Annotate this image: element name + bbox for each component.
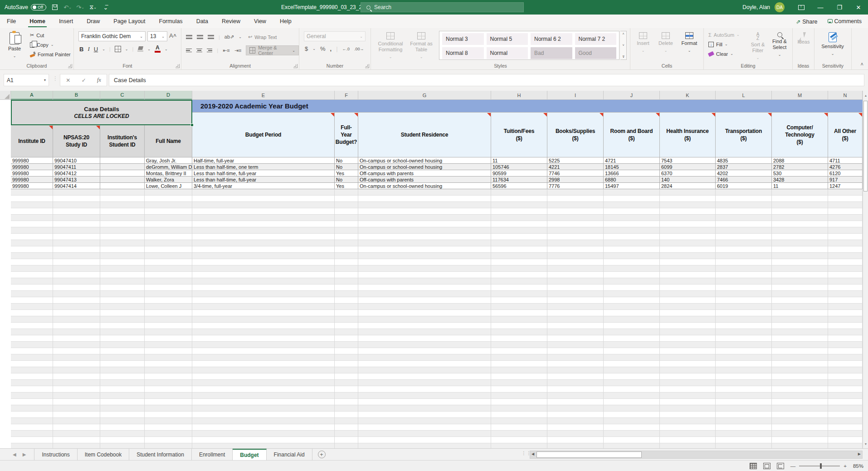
horizontal-scroll-thumb[interactable] bbox=[536, 451, 642, 458]
sheet-scroll-right-arrow[interactable]: ▶ bbox=[23, 452, 26, 457]
clipboard-dialog-launcher[interactable] bbox=[68, 64, 72, 68]
font-size-select[interactable]: 13⌄ bbox=[147, 31, 167, 41]
budget-banner-cell[interactable]: 2019-2020 Academic Year Budget bbox=[192, 100, 863, 113]
formula-input[interactable]: Case Details bbox=[109, 74, 864, 86]
wrap-text-button[interactable]: ↩Wrap Text bbox=[246, 32, 278, 42]
cell-style-chip[interactable]: Normal bbox=[487, 47, 528, 59]
cell-F7[interactable]: No bbox=[335, 177, 358, 183]
format-painter-button[interactable]: Format Painter bbox=[28, 49, 73, 59]
grid-row-22[interactable] bbox=[11, 272, 863, 278]
grid-row-31[interactable] bbox=[11, 329, 863, 335]
cell-D7[interactable]: Walker, Zora bbox=[145, 177, 192, 183]
grid-row-30[interactable] bbox=[11, 323, 863, 329]
column-header-H[interactable]: H bbox=[491, 91, 547, 100]
case-details-cell[interactable]: Case DetailsCELLS ARE LOCKED bbox=[11, 100, 192, 125]
column-header-L[interactable]: L bbox=[716, 91, 772, 100]
formula-bar-handle[interactable]: ⋮ bbox=[53, 75, 58, 82]
cancel-entry-button[interactable]: ✕ bbox=[66, 77, 70, 83]
grid-row-43[interactable] bbox=[11, 405, 863, 412]
grid-row-48[interactable] bbox=[11, 437, 863, 443]
autosave-toggle[interactable]: AutoSave Off bbox=[5, 4, 46, 10]
cell-J7[interactable]: 6880 bbox=[604, 177, 660, 183]
find-select-button[interactable]: Find & Select⌄ bbox=[768, 29, 791, 63]
cell-H5[interactable]: 105746 bbox=[491, 164, 547, 170]
cell-A7[interactable]: 999980 bbox=[11, 177, 53, 183]
grid-row-33[interactable] bbox=[11, 342, 863, 348]
ribbon-tab-formulas[interactable]: Formulas bbox=[152, 15, 190, 28]
zoom-slider-knob[interactable] bbox=[820, 463, 822, 469]
sort-filter-button[interactable]: A ZSort & Filter⌄ bbox=[747, 29, 768, 63]
cell-A6[interactable]: 999980 bbox=[11, 170, 53, 177]
grid-row-34[interactable] bbox=[11, 348, 863, 354]
header-cell-L[interactable]: Transportation ($) bbox=[716, 113, 772, 157]
column-header-G[interactable]: G bbox=[358, 91, 491, 100]
cell-F6[interactable]: Yes bbox=[335, 170, 358, 177]
scroll-left-arrow[interactable]: ◀ bbox=[532, 452, 534, 456]
number-format-select[interactable]: General⌄ bbox=[304, 31, 366, 41]
cell-D6[interactable]: Montas, Brittney II bbox=[145, 170, 192, 177]
grid-row-45[interactable] bbox=[11, 418, 863, 424]
grid-row-16[interactable] bbox=[11, 234, 863, 240]
autosum-button[interactable]: ΣAutoSum⌄ bbox=[707, 30, 741, 39]
alignment-dialog-launcher[interactable] bbox=[293, 64, 297, 68]
grid-row-13[interactable] bbox=[11, 215, 863, 221]
grid-row-9[interactable] bbox=[11, 189, 863, 196]
cell-N5[interactable]: 4276 bbox=[828, 164, 863, 170]
column-header-I[interactable]: I bbox=[547, 91, 604, 100]
pen-tool-button[interactable]: ⧖⌄ bbox=[89, 3, 97, 11]
cell-G5[interactable]: On-campus or school-owned housing bbox=[358, 164, 491, 170]
align-middle-button[interactable] bbox=[197, 35, 203, 39]
ribbon-tab-view[interactable]: View bbox=[247, 15, 273, 28]
fill-button[interactable]: ↓Fill⌄ bbox=[707, 39, 741, 49]
grid-row-32[interactable] bbox=[11, 335, 863, 342]
column-header-F[interactable]: F bbox=[335, 91, 358, 100]
grid-row-49[interactable] bbox=[11, 443, 863, 448]
format-cells-button[interactable]: Format⌄ bbox=[678, 29, 701, 63]
header-cell-E[interactable]: Budget Period bbox=[192, 113, 335, 157]
column-header-N[interactable]: N bbox=[828, 91, 863, 100]
close-button[interactable]: ✕ bbox=[849, 0, 868, 15]
header-cell-I[interactable]: Books/Supplies ($) bbox=[547, 113, 604, 157]
cell-style-chip[interactable]: Normal 6 2 bbox=[531, 33, 572, 45]
cell-L7[interactable]: 7466 bbox=[716, 177, 772, 183]
name-box[interactable]: A1▾ bbox=[4, 74, 49, 86]
paste-button[interactable]: Paste⌄ bbox=[2, 29, 27, 63]
cell-C5[interactable] bbox=[100, 164, 145, 170]
cell-I5[interactable]: 4221 bbox=[547, 164, 604, 170]
font-color-button[interactable]: A bbox=[155, 45, 161, 53]
format-as-table-button[interactable]: Format as Table⌄ bbox=[407, 29, 435, 63]
cell-B8[interactable]: 99047414 bbox=[53, 183, 100, 189]
ribbon-tab-insert[interactable]: Insert bbox=[52, 15, 80, 28]
grow-font-button[interactable]: A˄ bbox=[169, 32, 176, 39]
cell-G6[interactable]: Off-campus with parents bbox=[358, 170, 491, 177]
increase-decimal-button[interactable]: ←.0 bbox=[342, 47, 350, 51]
cell-H8[interactable]: 56596 bbox=[491, 183, 547, 189]
sheet-tab-item-codebook[interactable]: Item Codebook bbox=[78, 449, 129, 460]
cell-E8[interactable]: 3/4-time, full-year bbox=[192, 183, 335, 189]
grid-row-47[interactable] bbox=[11, 431, 863, 437]
cell-J6[interactable]: 13666 bbox=[604, 170, 660, 177]
zoom-level[interactable]: 85% bbox=[853, 463, 863, 469]
cell-A8[interactable]: 999980 bbox=[11, 183, 53, 189]
ideas-button[interactable]: Ideas bbox=[791, 29, 816, 63]
scroll-right-arrow[interactable]: ▶ bbox=[858, 452, 861, 456]
orientation-button[interactable]: ab⇗ bbox=[224, 34, 234, 40]
search-box[interactable]: Search bbox=[361, 2, 524, 12]
zoom-out-button[interactable]: — bbox=[790, 463, 796, 469]
column-header-A[interactable]: A bbox=[11, 91, 53, 100]
cell-J4[interactable]: 4721 bbox=[604, 157, 660, 164]
cell-L5[interactable]: 2837 bbox=[716, 164, 772, 170]
cell-D8[interactable]: Lowe, Colleen J bbox=[145, 183, 192, 189]
align-center-button[interactable] bbox=[196, 49, 202, 53]
cell-C4[interactable] bbox=[100, 157, 145, 164]
cell-L6[interactable]: 4202 bbox=[716, 170, 772, 177]
zoom-in-button[interactable]: + bbox=[844, 463, 847, 469]
grid-row-27[interactable] bbox=[11, 304, 863, 310]
cell-B5[interactable]: 99047411 bbox=[53, 164, 100, 170]
cell-N4[interactable]: 4711 bbox=[828, 157, 863, 164]
align-top-button[interactable] bbox=[186, 35, 192, 39]
grid-row-46[interactable] bbox=[11, 424, 863, 431]
cell-G4[interactable]: On-campus or school-owned housing bbox=[358, 157, 491, 164]
header-cell-C[interactable]: Institution's Student ID bbox=[100, 125, 145, 157]
cell-F5[interactable]: No bbox=[335, 164, 358, 170]
